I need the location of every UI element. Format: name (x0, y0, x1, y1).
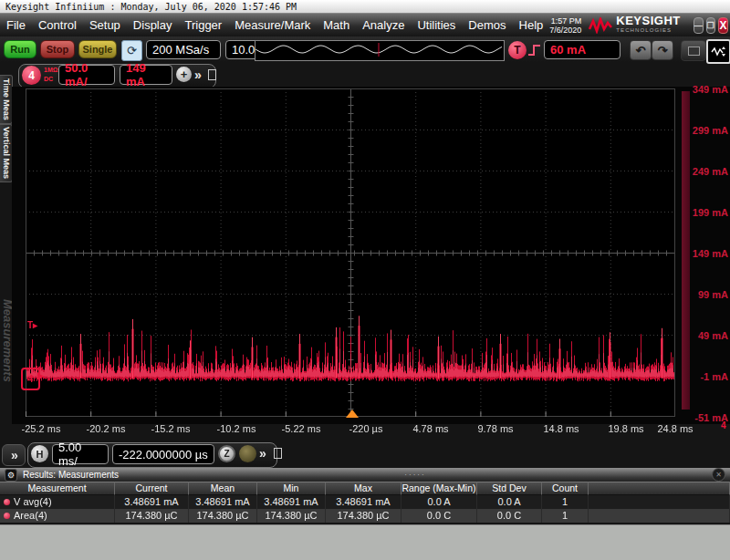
redo-button[interactable]: ↷ (652, 40, 673, 60)
horizontal-expand-button[interactable]: » (259, 446, 265, 461)
measurement-color-dot (4, 513, 10, 519)
measurement-name: Area(4) (14, 509, 47, 523)
menu-trigger[interactable]: Trigger (178, 18, 228, 32)
menu-control[interactable]: Control (32, 18, 83, 32)
trigger-level-field[interactable]: 60 mA (544, 40, 620, 59)
waveform-display[interactable] (26, 88, 675, 417)
col-max[interactable]: Max (326, 482, 402, 495)
col-range[interactable]: Range (Max-Min) (402, 482, 477, 495)
time-meas-label: Time Meas (2, 78, 11, 120)
cell-min: 3.48691 mA (257, 495, 326, 509)
menu-display[interactable]: Display (127, 18, 179, 32)
autoscale-button[interactable] (706, 39, 730, 64)
x-axis-label: -25.2 ms (16, 423, 66, 434)
run-label: Run (10, 44, 29, 55)
add-waveform-button[interactable]: + (176, 67, 192, 82)
single-label: Single (82, 44, 112, 55)
trigger-button[interactable]: T (508, 41, 527, 59)
maximize-button[interactable]: ❐ (706, 17, 715, 34)
coupling-badge[interactable]: 1MΩ DC (44, 66, 57, 84)
menu-measure-mark[interactable]: Measure/Mark (228, 18, 317, 32)
channel-popout-icon[interactable] (208, 69, 216, 80)
col-stddev[interactable]: Std Dev (477, 482, 542, 495)
x-axis-label: 19.8 ms (601, 423, 651, 434)
horizontal-popout-icon[interactable] (274, 448, 282, 459)
results-title: Results: Measurements (23, 470, 119, 480)
minimize-button[interactable]: — (694, 17, 704, 34)
table-header-row: Measurement Current Mean Min Max Range (… (0, 482, 730, 495)
horizontal-menu-button[interactable]: H (31, 445, 48, 462)
window-title: Keysight Infiniium : Monday, July 06, 20… (5, 2, 297, 12)
tab-time-meas[interactable]: Time Meas (0, 75, 13, 124)
clear-display-button[interactable]: ⟳ (121, 40, 142, 61)
trigger-marker-arrow-icon: ▸ (33, 320, 37, 330)
timebase-scale-field[interactable]: 5.00 ms/ (52, 444, 109, 464)
clock-time: 1:57 PM (549, 16, 581, 26)
chevrons-icon: » (259, 446, 265, 461)
trigger-level-marker[interactable]: T▸ (27, 320, 37, 330)
desktop-background (0, 524, 730, 560)
cell-mean: 174.380 µC (189, 509, 257, 523)
close-button[interactable]: X (718, 17, 728, 34)
channel-number: 4 (28, 69, 35, 82)
window-title-bar[interactable]: Keysight Infiniium : Monday, July 06, 20… (0, 0, 730, 14)
x-axis-label: -15.2 ms (146, 423, 195, 434)
z-letter: Z (224, 449, 229, 459)
measurements-table: Measurement Current Mean Min Max Range (… (0, 482, 730, 523)
sample-rate-field[interactable]: 200 MSa/s (146, 40, 221, 59)
grip-dots[interactable]: ····· (404, 471, 425, 479)
rising-edge-icon (527, 44, 542, 57)
expand-left-panel-button[interactable]: » (2, 444, 26, 466)
menu-utilities[interactable]: Utilities (411, 18, 462, 32)
y-axis-label: 349 mA (686, 84, 728, 95)
col-min[interactable]: Min (257, 482, 326, 495)
x-axis-label: -220 µs (341, 423, 391, 434)
time-reference-marker[interactable] (346, 410, 359, 418)
screen-icon (688, 47, 700, 56)
display-button[interactable] (681, 40, 706, 61)
table-row[interactable]: Area(4) 174.380 µC 174.380 µC 174.380 µC… (0, 509, 730, 523)
col-mean[interactable]: Mean (189, 482, 257, 495)
single-button[interactable]: Single (78, 40, 117, 58)
col-current[interactable]: Current (115, 482, 189, 495)
cell-current: 174.380 µC (115, 509, 189, 523)
tab-vertical-meas[interactable]: Vertical Meas (0, 124, 13, 182)
timebase-position-field[interactable]: -222.0000000 µs (112, 444, 214, 464)
menu-math[interactable]: Math (317, 18, 356, 32)
menu-setup[interactable]: Setup (83, 18, 127, 32)
col-measurement[interactable]: Measurement (0, 482, 115, 495)
y-axis-label: 99 mA (686, 289, 728, 300)
x-axis-label: -5.22 ms (276, 423, 326, 434)
menu-help[interactable]: Help (513, 18, 550, 32)
col-count[interactable]: Count (542, 482, 589, 495)
y-axis-label: 149 mA (686, 248, 728, 259)
zoom-button[interactable]: Z (218, 445, 235, 462)
trigger-level-value: 60 mA (550, 43, 586, 57)
channel-offset-field[interactable]: 149 mA (120, 65, 172, 85)
stop-button[interactable]: Stop (40, 40, 75, 58)
waveform-preview[interactable] (255, 40, 505, 61)
menu-file[interactable]: File (0, 18, 32, 32)
keysight-spark-icon (589, 17, 612, 34)
menu-analyze[interactable]: Analyze (356, 18, 411, 32)
knob-button[interactable] (239, 445, 256, 462)
channel-4-button[interactable]: 4 (22, 66, 41, 85)
results-bar[interactable]: ⚙ Results: Measurements ····· ✕ (0, 468, 730, 482)
channel-scale-field[interactable]: 50.0 mA/ (58, 65, 115, 85)
cell-count: 1 (542, 495, 589, 509)
run-button[interactable]: Run (4, 40, 36, 58)
y-axis-label: 199 mA (686, 207, 728, 218)
cell-range: 0.0 A (402, 495, 477, 509)
col-filler (589, 482, 730, 495)
results-gear-button[interactable]: ⚙ (5, 469, 17, 482)
undo-button[interactable]: ↶ (630, 40, 652, 60)
circular-arrow-icon: ⟳ (127, 44, 137, 57)
timebase-scale-value: 5.00 ms/ (58, 441, 102, 468)
channel-expand-button[interactable]: » (194, 67, 200, 82)
gear-icon: ⚙ (7, 471, 15, 480)
measurement-name: V avg(4) (14, 495, 52, 509)
redo-icon: ↷ (658, 44, 668, 57)
table-row[interactable]: V avg(4) 3.48691 mA 3.48691 mA 3.48691 m… (0, 495, 730, 509)
menu-demos[interactable]: Demos (462, 18, 512, 32)
results-close-button[interactable]: ✕ (712, 468, 725, 482)
